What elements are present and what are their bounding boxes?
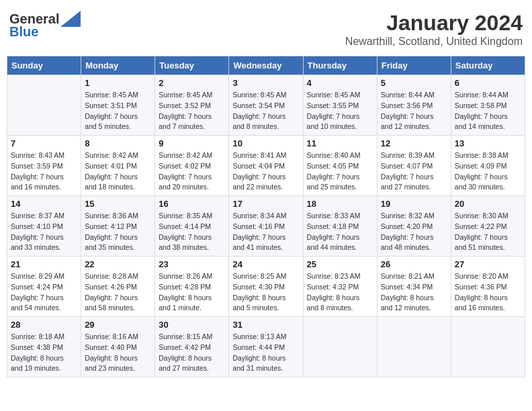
calendar-cell: 13Sunrise: 8:38 AMSunset: 4:09 PMDayligh…: [451, 136, 525, 196]
calendar-cell: 17Sunrise: 8:34 AMSunset: 4:16 PMDayligh…: [229, 196, 303, 257]
week-row-5: 28Sunrise: 8:18 AMSunset: 4:38 PMDayligh…: [7, 317, 525, 377]
calendar-header-row: SundayMondayTuesdayWednesdayThursdayFrid…: [7, 56, 525, 75]
day-number: 29: [85, 320, 151, 330]
day-header-tuesday: Tuesday: [155, 56, 229, 75]
day-info: Sunrise: 8:18 AMSunset: 4:38 PMDaylight:…: [11, 332, 77, 374]
calendar-cell: 18Sunrise: 8:33 AMSunset: 4:18 PMDayligh…: [303, 196, 377, 257]
day-number: 2: [159, 78, 225, 88]
day-info: Sunrise: 8:36 AMSunset: 4:12 PMDaylight:…: [85, 211, 151, 253]
calendar-cell: 27Sunrise: 8:20 AMSunset: 4:36 PMDayligh…: [451, 257, 525, 317]
day-number: 1: [85, 78, 151, 88]
day-header-sunday: Sunday: [7, 56, 81, 75]
day-info: Sunrise: 8:44 AMSunset: 3:56 PMDaylight:…: [381, 90, 447, 132]
calendar-table: SundayMondayTuesdayWednesdayThursdayFrid…: [7, 56, 525, 377]
calendar-cell: 11Sunrise: 8:40 AMSunset: 4:05 PMDayligh…: [303, 136, 377, 196]
logo-icon: [60, 11, 81, 27]
calendar-cell: 2Sunrise: 8:45 AMSunset: 3:52 PMDaylight…: [155, 75, 229, 136]
day-number: 22: [85, 259, 151, 269]
day-info: Sunrise: 8:30 AMSunset: 4:22 PMDaylight:…: [455, 211, 521, 253]
calendar-cell: 6Sunrise: 8:44 AMSunset: 3:58 PMDaylight…: [451, 75, 525, 136]
day-header-thursday: Thursday: [303, 56, 377, 75]
calendar-cell: 12Sunrise: 8:39 AMSunset: 4:07 PMDayligh…: [377, 136, 451, 196]
day-number: 19: [381, 199, 447, 209]
day-info: Sunrise: 8:20 AMSunset: 4:36 PMDaylight:…: [455, 271, 521, 314]
day-number: 12: [381, 138, 447, 148]
week-row-4: 21Sunrise: 8:29 AMSunset: 4:24 PMDayligh…: [7, 257, 525, 317]
calendar-cell: [303, 317, 377, 377]
day-number: 20: [455, 199, 521, 209]
day-number: 10: [232, 138, 299, 148]
calendar-cell: 23Sunrise: 8:26 AMSunset: 4:28 PMDayligh…: [155, 257, 229, 317]
calendar-cell: 9Sunrise: 8:42 AMSunset: 4:02 PMDaylight…: [155, 136, 229, 196]
day-number: 4: [307, 78, 373, 88]
calendar-cell: 15Sunrise: 8:36 AMSunset: 4:12 PMDayligh…: [81, 196, 155, 257]
calendar-cell: 30Sunrise: 8:15 AMSunset: 4:42 PMDayligh…: [155, 317, 229, 377]
calendar-cell: 8Sunrise: 8:42 AMSunset: 4:01 PMDaylight…: [81, 136, 155, 196]
calendar-cell: 22Sunrise: 8:28 AMSunset: 4:26 PMDayligh…: [81, 257, 155, 317]
calendar-cell: 5Sunrise: 8:44 AMSunset: 3:56 PMDaylight…: [377, 75, 451, 136]
calendar-cell: 21Sunrise: 8:29 AMSunset: 4:24 PMDayligh…: [7, 257, 81, 317]
day-number: 31: [232, 320, 299, 330]
day-header-saturday: Saturday: [451, 56, 525, 75]
day-info: Sunrise: 8:33 AMSunset: 4:18 PMDaylight:…: [307, 211, 373, 253]
calendar-body: 1Sunrise: 8:45 AMSunset: 3:51 PMDaylight…: [7, 75, 525, 377]
day-info: Sunrise: 8:13 AMSunset: 4:44 PMDaylight:…: [232, 332, 299, 374]
day-info: Sunrise: 8:15 AMSunset: 4:42 PMDaylight:…: [159, 332, 225, 374]
day-number: 14: [11, 199, 77, 209]
calendar-cell: 3Sunrise: 8:45 AMSunset: 3:54 PMDaylight…: [229, 75, 303, 136]
logo: General Blue: [9, 11, 81, 40]
day-number: 5: [381, 78, 447, 88]
day-number: 11: [307, 138, 373, 148]
calendar-cell: [377, 317, 451, 377]
calendar-cell: 29Sunrise: 8:16 AMSunset: 4:40 PMDayligh…: [81, 317, 155, 377]
day-number: 3: [232, 78, 299, 88]
day-number: 30: [159, 320, 225, 330]
day-number: 21: [11, 259, 77, 269]
calendar-cell: 31Sunrise: 8:13 AMSunset: 4:44 PMDayligh…: [229, 317, 303, 377]
day-number: 28: [11, 320, 77, 330]
svg-marker-0: [60, 11, 81, 27]
week-row-1: 1Sunrise: 8:45 AMSunset: 3:51 PMDaylight…: [7, 75, 525, 136]
day-info: Sunrise: 8:32 AMSunset: 4:20 PMDaylight:…: [381, 211, 447, 253]
day-number: 23: [159, 259, 225, 269]
day-info: Sunrise: 8:43 AMSunset: 3:59 PMDaylight:…: [11, 150, 77, 193]
day-number: 6: [455, 78, 521, 88]
day-number: 16: [159, 199, 225, 209]
calendar-cell: 16Sunrise: 8:35 AMSunset: 4:14 PMDayligh…: [155, 196, 229, 257]
calendar-cell: [451, 317, 525, 377]
day-number: 24: [232, 259, 299, 269]
day-info: Sunrise: 8:42 AMSunset: 4:01 PMDaylight:…: [85, 150, 151, 193]
day-info: Sunrise: 8:41 AMSunset: 4:04 PMDaylight:…: [232, 150, 299, 193]
day-number: 25: [307, 259, 373, 269]
day-info: Sunrise: 8:23 AMSunset: 4:32 PMDaylight:…: [307, 271, 373, 314]
day-info: Sunrise: 8:28 AMSunset: 4:26 PMDaylight:…: [85, 271, 151, 314]
calendar-cell: 10Sunrise: 8:41 AMSunset: 4:04 PMDayligh…: [229, 136, 303, 196]
title-area: January 2024 Newarthill, Scotland, Unite…: [345, 11, 523, 48]
calendar-cell: 26Sunrise: 8:21 AMSunset: 4:34 PMDayligh…: [377, 257, 451, 317]
day-info: Sunrise: 8:45 AMSunset: 3:54 PMDaylight:…: [232, 90, 299, 132]
week-row-3: 14Sunrise: 8:37 AMSunset: 4:10 PMDayligh…: [7, 196, 525, 257]
calendar-cell: 25Sunrise: 8:23 AMSunset: 4:32 PMDayligh…: [303, 257, 377, 317]
day-info: Sunrise: 8:45 AMSunset: 3:55 PMDaylight:…: [307, 90, 373, 132]
calendar-cell: 14Sunrise: 8:37 AMSunset: 4:10 PMDayligh…: [7, 196, 81, 257]
day-info: Sunrise: 8:29 AMSunset: 4:24 PMDaylight:…: [11, 271, 77, 314]
day-info: Sunrise: 8:26 AMSunset: 4:28 PMDaylight:…: [159, 271, 225, 314]
calendar-cell: [7, 75, 81, 136]
day-number: 26: [381, 259, 447, 269]
calendar-cell: 20Sunrise: 8:30 AMSunset: 4:22 PMDayligh…: [451, 196, 525, 257]
day-number: 18: [307, 199, 373, 209]
day-info: Sunrise: 8:21 AMSunset: 4:34 PMDaylight:…: [381, 271, 447, 314]
day-info: Sunrise: 8:45 AMSunset: 3:51 PMDaylight:…: [85, 90, 151, 132]
day-info: Sunrise: 8:16 AMSunset: 4:40 PMDaylight:…: [85, 332, 151, 374]
day-info: Sunrise: 8:44 AMSunset: 3:58 PMDaylight:…: [455, 90, 521, 132]
page-header: General Blue January 2024 Newarthill, Sc…: [7, 7, 525, 52]
day-number: 17: [232, 199, 299, 209]
day-number: 27: [455, 259, 521, 269]
calendar-cell: 28Sunrise: 8:18 AMSunset: 4:38 PMDayligh…: [7, 317, 81, 377]
day-info: Sunrise: 8:37 AMSunset: 4:10 PMDaylight:…: [11, 211, 77, 253]
day-info: Sunrise: 8:25 AMSunset: 4:30 PMDaylight:…: [232, 271, 299, 314]
day-header-monday: Monday: [81, 56, 155, 75]
day-info: Sunrise: 8:34 AMSunset: 4:16 PMDaylight:…: [232, 211, 299, 253]
day-info: Sunrise: 8:42 AMSunset: 4:02 PMDaylight:…: [159, 150, 225, 193]
day-header-wednesday: Wednesday: [229, 56, 303, 75]
